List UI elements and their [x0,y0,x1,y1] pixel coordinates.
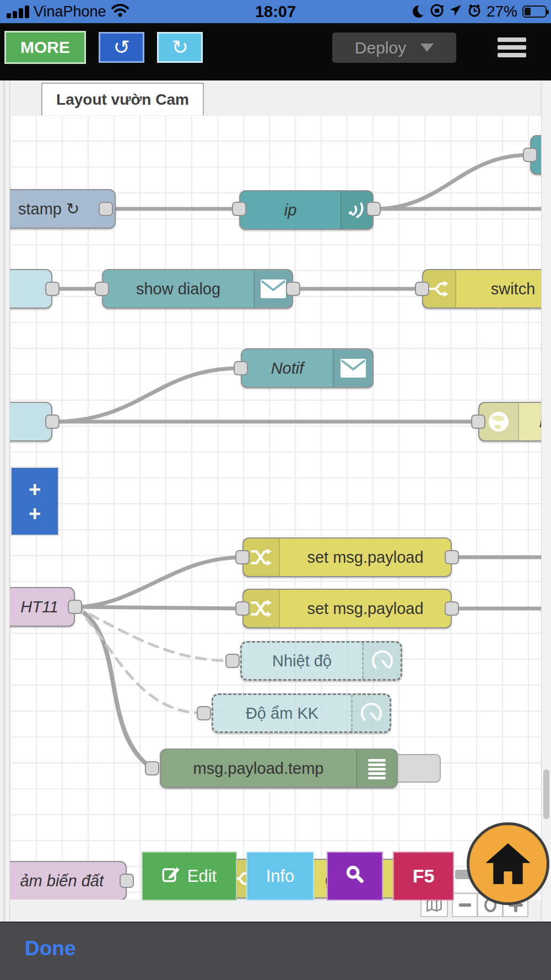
show-dialog-label: show dialog [103,280,253,298]
soil-sensor-label: ảm biến đất [10,872,126,890]
port-switch-in[interactable] [415,282,429,296]
humidity-label: Độ ẩm KK [213,704,351,723]
touch-action-overlay[interactable]: + + [10,467,59,536]
search-button[interactable] [327,852,383,901]
port-dht11-out[interactable] [68,600,82,614]
canvas-left-gutter [0,80,10,922]
port-top-right-in[interactable] [523,148,537,162]
port-change2-out[interactable] [445,601,459,616]
port-change1-in[interactable] [235,550,250,564]
deploy-label: Deploy [355,39,406,57]
port-humidity-in[interactable] [197,706,211,720]
node-debug[interactable]: msg.payload.temp [160,749,398,788]
canvas-scrollbar[interactable] [541,80,551,922]
home-button[interactable] [467,822,549,905]
deploy-button[interactable]: Deploy [332,33,456,63]
zoom-out-button[interactable] [452,893,478,917]
home-icon [483,841,533,887]
port-ip-out[interactable] [366,202,381,216]
rotation-lock-icon [430,3,444,20]
battery-icon [522,6,547,18]
minus-icon [459,903,471,907]
edit-pencil-icon [162,865,181,888]
redo-button[interactable]: ↻ [157,32,203,63]
http-label: H [519,413,541,431]
undo-icon: ↺ [113,36,129,59]
alarm-clock-icon [467,3,482,20]
info-label: Info [266,866,295,886]
battery-percent: 27% [487,3,517,20]
inject-label: stamp [18,200,62,218]
workspace: stamp ↻ ip show dialog [0,80,551,922]
port-show-dialog-in[interactable] [95,282,109,296]
node-dht11[interactable]: HT11 [10,587,75,627]
done-button[interactable]: Done [25,937,76,960]
port-debug-in[interactable] [145,761,159,776]
set-payload-label: set msg.payload [280,600,451,618]
flow-canvas[interactable]: stamp ↻ ip show dialog [10,115,541,900]
port-http-in[interactable] [471,414,485,429]
port-temperature-in[interactable] [225,654,240,668]
plus-icon: + [29,481,41,498]
node-http-request[interactable]: H [478,402,541,441]
plus-icon: + [29,505,41,522]
menu-button[interactable] [498,37,526,57]
switch-label: switch [456,280,541,298]
redo-icon: ↻ [171,36,188,59]
scrollbar-thumb[interactable] [543,769,549,819]
port-soil-out[interactable] [120,874,134,888]
debug-lines-icon [356,750,397,787]
info-button[interactable]: Info [246,852,314,901]
node-change-2[interactable]: set msg.payload [242,589,452,628]
port-inject-out[interactable] [99,202,113,216]
node-gauge-humidity[interactable]: Độ ẩm KK [212,693,391,733]
port-notif-in[interactable] [234,361,248,375]
location-arrow-icon [449,4,462,19]
port-change2-in[interactable] [235,601,250,616]
node-soil-sensor[interactable]: ảm biến đất [10,861,127,900]
port-lightblue1-out[interactable] [45,282,60,296]
node-notif[interactable]: Notif [241,348,374,388]
gauge-icon [351,695,390,731]
ip-label: ip [240,201,341,219]
node-change-1[interactable]: set msg.payload [242,537,452,577]
node-switch[interactable]: switch [422,269,541,309]
node-ip[interactable]: ip [239,190,374,230]
more-button[interactable]: MORE [4,31,86,64]
toolbar: MORE ↺ ↻ Deploy [0,23,551,80]
do-not-disturb-moon-icon [413,6,425,18]
refresh-f5-button[interactable]: F5 [393,852,454,901]
edit-button[interactable]: Edit [142,852,237,901]
port-show-dialog-out[interactable] [286,282,300,296]
port-change1-out[interactable] [445,550,459,564]
port-lightblue2-out[interactable] [45,414,60,429]
set-payload-label: set msg.payload [280,548,451,567]
screen: VinaPhone 18:07 27% MORE ↺ ↻ Deploy Layo… [0,0,551,980]
gauge-icon [362,643,401,679]
node-show-dialog[interactable]: show dialog [102,269,293,309]
f5-label: F5 [413,865,435,887]
undo-button[interactable]: ↺ [99,32,144,63]
debug-label: msg.payload.temp [161,760,356,778]
envelope-icon [333,349,372,387]
dht11-label: HT11 [10,598,74,616]
node-gauge-temperature[interactable]: Nhiệt độ [240,641,402,681]
temperature-label: Nhiệt độ [242,652,362,670]
port-ip-in[interactable] [232,202,246,216]
search-icon [345,864,365,889]
notif-label: Notif [242,359,333,378]
chevron-down-icon [420,44,434,52]
edit-label: Edit [187,866,217,886]
tab-layout-vuon-cam[interactable]: Layout vườn Cam [41,83,204,115]
status-bar: VinaPhone 18:07 27% [0,0,551,23]
repeat-icon: ↻ [66,200,79,218]
keyboard-accessory-bar: Done [0,922,551,980]
